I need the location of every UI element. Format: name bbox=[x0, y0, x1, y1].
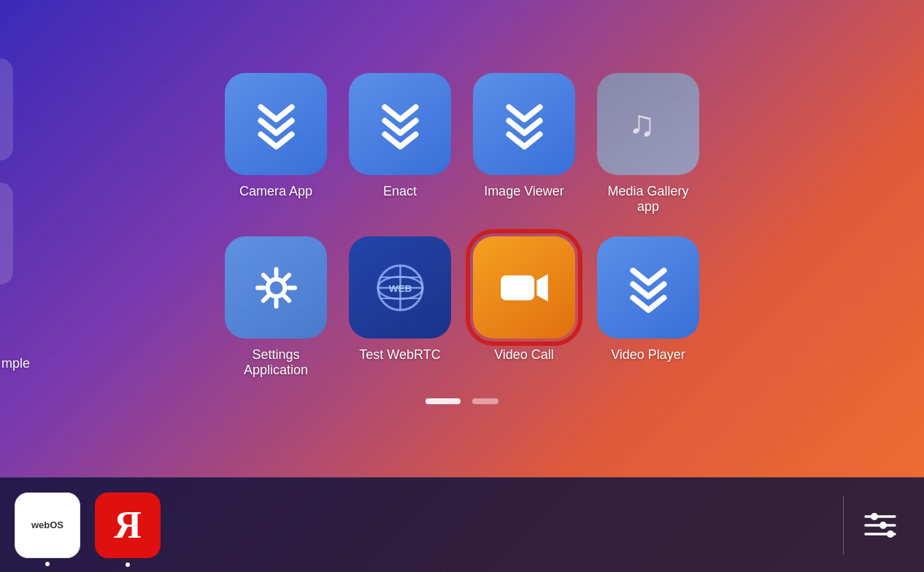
app-row-2: Settings Application bbox=[225, 236, 699, 378]
svg-text:WEB: WEB bbox=[388, 282, 412, 293]
svg-text:♫: ♫ bbox=[628, 103, 655, 143]
app-label-test-webrtc: Test WebRTC bbox=[359, 347, 440, 363]
webos-logo: webOS bbox=[31, 519, 63, 530]
app-icon-settings-application bbox=[225, 236, 327, 339]
main-content: Camera App Enact bbox=[0, 0, 924, 477]
app-icon-media-gallery: ♫ bbox=[597, 73, 699, 175]
svg-point-14 bbox=[879, 522, 887, 529]
app-item-settings-application[interactable]: Settings Application bbox=[225, 236, 327, 378]
app-label-video-player: Video Player bbox=[611, 347, 685, 363]
svg-point-12 bbox=[871, 513, 878, 520]
svg-rect-9 bbox=[501, 275, 534, 300]
svg-marker-10 bbox=[536, 274, 547, 301]
app-icon-test-webrtc: WEB bbox=[349, 236, 451, 339]
taskbar-dot-webos bbox=[45, 562, 50, 566]
app-icon-camera-app bbox=[225, 73, 327, 175]
app-item-image-viewer[interactable]: Image Viewer bbox=[473, 73, 575, 199]
pagination-dot-1[interactable] bbox=[426, 398, 461, 404]
app-item-test-webrtc[interactable]: WEB Test WebRTC bbox=[349, 236, 451, 363]
svg-point-16 bbox=[887, 530, 894, 538]
taskbar: webOS Я bbox=[0, 477, 924, 572]
enact-chevron-icon-3 bbox=[493, 93, 555, 155]
app-label-camera-app: Camera App bbox=[239, 184, 312, 199]
app-item-camera-app[interactable]: Camera App bbox=[225, 73, 327, 199]
app-icon-video-call bbox=[473, 236, 575, 339]
enact-chevron-icon bbox=[245, 93, 307, 155]
app-row-1: Camera App Enact bbox=[225, 73, 699, 214]
music-icon: ♫ bbox=[617, 93, 679, 155]
web-globe-icon: WEB bbox=[369, 257, 431, 319]
taskbar-app-yandex[interactable]: Я bbox=[95, 492, 161, 558]
app-label-settings-application: Settings Application bbox=[225, 347, 327, 378]
pagination-dot-2[interactable] bbox=[472, 398, 498, 404]
yandex-logo: Я bbox=[114, 506, 142, 544]
taskbar-dot-yandex bbox=[126, 563, 130, 567]
taskbar-settings-button[interactable] bbox=[858, 503, 902, 547]
pagination bbox=[426, 398, 498, 404]
app-icon-image-viewer bbox=[473, 73, 575, 175]
video-camera-icon bbox=[493, 257, 555, 319]
app-item-video-player[interactable]: Video Player bbox=[597, 236, 699, 363]
enact-chevron-icon-2 bbox=[369, 93, 431, 155]
app-icon-enact bbox=[349, 73, 451, 175]
app-item-enact[interactable]: Enact bbox=[349, 73, 451, 199]
taskbar-divider bbox=[843, 496, 844, 554]
app-icon-video-player bbox=[597, 236, 699, 339]
sliders-icon bbox=[861, 506, 899, 544]
app-label-video-call: Video Call bbox=[494, 347, 554, 363]
app-label-media-gallery: Media Gallery app bbox=[597, 184, 699, 214]
app-item-video-call[interactable]: Video Call bbox=[473, 236, 575, 363]
app-item-media-gallery[interactable]: ♫ Media Gallery app bbox=[597, 73, 699, 214]
app-label-image-viewer: Image Viewer bbox=[484, 184, 564, 199]
taskbar-app-webos[interactable]: webOS bbox=[15, 492, 80, 558]
app-label-enact: Enact bbox=[383, 184, 417, 199]
app-grid: Camera App Enact bbox=[225, 73, 699, 378]
enact-chevron-icon-4 bbox=[617, 257, 679, 319]
svg-point-1 bbox=[267, 279, 285, 296]
gear-icon bbox=[245, 257, 307, 319]
